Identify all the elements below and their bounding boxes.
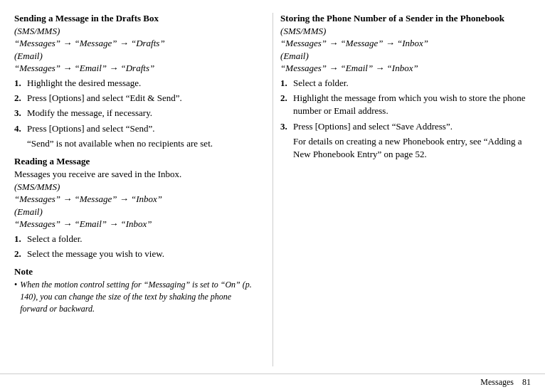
section-storing-sms-label: (SMS/MMS)	[280, 26, 531, 37]
step-num: 2.	[280, 92, 293, 117]
section-reading-email-path: “Messages” → “Email” → “Inbox”	[14, 218, 258, 230]
step-text: Highlight the message from which you wis…	[293, 92, 531, 117]
step-1: 1. Highlight the desired message.	[14, 77, 258, 90]
page-footer: Messages 81	[0, 374, 545, 392]
step-num: 2.	[14, 92, 27, 105]
section-reading-email-label: (Email)	[14, 206, 258, 218]
store-step-1: 1. Select a folder.	[280, 77, 531, 90]
section-storing-steps: 1. Select a folder. 2. Highlight the mes…	[280, 77, 531, 133]
left-column: Sending a Message in the Drafts Box (SMS…	[14, 13, 272, 366]
section-sending-sms-path: “Messages” → “Message” → “Drafts”	[14, 38, 258, 49]
step-text: Press [Options] and select “Edit & Send”…	[27, 92, 258, 105]
bullet-icon: •	[14, 279, 17, 314]
note-section: Note • When the motion control setting f…	[14, 266, 258, 314]
note-title: Note	[14, 266, 33, 277]
section-sending: Sending a Message in the Drafts Box (SMS…	[14, 13, 258, 150]
step-text: Select the message you wish to view.	[27, 248, 258, 260]
step-text: Modify the message, if necessary.	[27, 107, 258, 120]
footer-page: 81	[522, 377, 531, 388]
store-step-2: 2. Highlight the message from which you …	[280, 92, 531, 117]
note-text: When the motion control setting for “Mes…	[20, 279, 258, 314]
step-text: Select a folder.	[27, 233, 258, 245]
step-text: Press [Options] and select “Save Address…	[293, 120, 531, 133]
section-storing: Storing the Phone Number of a Sender in …	[280, 13, 531, 161]
step-num: 2.	[14, 248, 27, 260]
section-sending-title: Sending a Message in the Drafts Box	[14, 13, 258, 24]
section-reading-sms-label: (SMS/MMS)	[14, 181, 258, 193]
section-reading-steps: 1. Select a folder. 2. Select the messag…	[14, 233, 258, 260]
store-step-3: 3. Press [Options] and select “Save Addr…	[280, 120, 531, 133]
send-note: “Send” is not available when no recipien…	[27, 137, 258, 150]
step-num: 3.	[280, 120, 293, 133]
step-text: Press [Options] and select “Send”.	[27, 122, 258, 135]
step-2: 2. Press [Options] and select “Edit & Se…	[14, 92, 258, 105]
section-sending-email-label: (Email)	[14, 51, 258, 62]
read-step-1: 1. Select a folder.	[14, 233, 258, 245]
section-storing-email-label: (Email)	[280, 51, 531, 62]
page-container: Sending a Message in the Drafts Box (SMS…	[0, 0, 545, 392]
note-bullet: • When the motion control setting for “M…	[14, 279, 258, 314]
section-storing-sms-path: “Messages” → “Message” → “Inbox”	[280, 38, 531, 49]
section-sending-email-path: “Messages” → “Email” → “Drafts”	[14, 63, 258, 74]
footer-spacer	[514, 377, 522, 388]
step-num: 1.	[280, 77, 293, 90]
section-storing-title: Storing the Phone Number of a Sender in …	[280, 13, 531, 24]
section-sending-sms-label: (SMS/MMS)	[14, 26, 258, 37]
step-4: 4. Press [Options] and select “Send”.	[14, 122, 258, 135]
content-area: Sending a Message in the Drafts Box (SMS…	[0, 0, 545, 374]
storing-note: For details on creating a new Phonebook …	[293, 135, 531, 161]
step-num: 1.	[14, 233, 27, 245]
step-text: Highlight the desired message.	[27, 77, 258, 90]
step-text: Select a folder.	[293, 77, 531, 90]
read-step-2: 2. Select the message you wish to view.	[14, 248, 258, 260]
footer-label: Messages	[480, 377, 514, 388]
section-reading-sms-path: “Messages” → “Message” → “Inbox”	[14, 194, 258, 205]
section-reading-intro: Messages you receive are saved in the In…	[14, 169, 258, 180]
step-num: 1.	[14, 77, 27, 90]
step-3: 3. Modify the message, if necessary.	[14, 107, 258, 120]
section-storing-email-path: “Messages” → “Email” → “Inbox”	[280, 63, 531, 74]
section-reading: Reading a Message Messages you receive a…	[14, 156, 258, 260]
section-reading-title: Reading a Message	[14, 156, 258, 167]
section-sending-steps: 1. Highlight the desired message. 2. Pre…	[14, 77, 258, 135]
step-num: 4.	[14, 122, 27, 135]
step-num: 3.	[14, 107, 27, 120]
right-column: Storing the Phone Number of a Sender in …	[272, 13, 531, 366]
